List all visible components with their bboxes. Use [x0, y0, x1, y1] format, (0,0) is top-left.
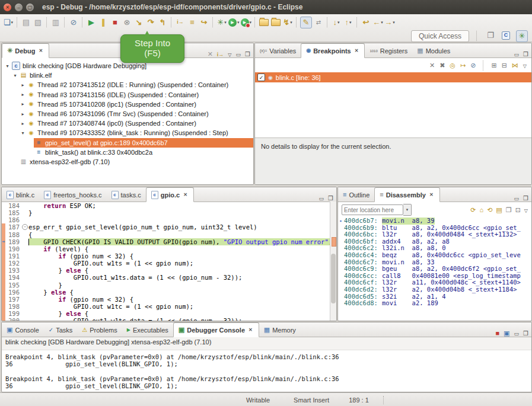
- debug-tree-row[interactable]: ▾▤blink.elf: [2, 71, 253, 80]
- skip-all-breakpoints-button[interactable]: ⊘: [68, 17, 79, 28]
- forward-button[interactable]: →▾: [384, 17, 395, 28]
- debug-tree-row[interactable]: ▥xtensa-esp32-elf-gdb (7.10): [2, 157, 253, 167]
- tree-expander-icon[interactable]: ▸: [20, 101, 26, 107]
- tab-executables[interactable]: ▶Executables: [122, 323, 173, 337]
- window-close-button[interactable]: ✕: [4, 4, 11, 11]
- breakpoints-list[interactable]: ✓◉blink.c [line: 36]: [255, 72, 531, 82]
- tree-expander-icon[interactable]: ▾: [20, 130, 26, 136]
- line-number[interactable]: 187: [5, 223, 21, 231]
- dropdown-arrow-icon[interactable]: ▾: [237, 20, 240, 24]
- debug-button[interactable]: ✳▾: [216, 17, 227, 28]
- tree-expander-icon[interactable]: ▸: [20, 92, 26, 97]
- flash-button[interactable]: ↯▾: [282, 17, 293, 28]
- dropdown-arrow-icon[interactable]: ▾: [337, 20, 340, 24]
- maximize-button[interactable]: ❒: [328, 195, 333, 202]
- external-tools-button[interactable]: ▶▾: [241, 17, 252, 28]
- minimize-button[interactable]: ▭: [514, 51, 520, 57]
- tab-gpio-c[interactable]: cgpio.c✕: [146, 187, 194, 202]
- previous-annotation-button[interactable]: ↑▾: [343, 17, 353, 28]
- tab-outline[interactable]: ≡Outline: [338, 188, 374, 202]
- minimize-button[interactable]: ▭: [319, 195, 324, 202]
- tree-expander-icon[interactable]: ▸: [20, 121, 26, 126]
- maximize-button[interactable]: ❒: [523, 51, 528, 57]
- remove-all-terminated-button[interactable]: ✕: [208, 51, 213, 57]
- tree-expander-icon[interactable]: ▸: [20, 82, 26, 88]
- view-menu-button[interactable]: ▽: [523, 62, 527, 69]
- line-number[interactable]: 185: [5, 209, 21, 216]
- line-number[interactable]: 190: [5, 245, 21, 252]
- dropdown-arrow-icon[interactable]: ▾: [349, 20, 352, 24]
- next-annotation-button[interactable]: ↓▾: [331, 17, 342, 28]
- tab-registers[interactable]: 1010Registers: [365, 44, 412, 57]
- tab-close-icon[interactable]: ✕: [182, 191, 189, 198]
- tab-disassembly[interactable]: ≡Disassembly✕: [374, 187, 439, 202]
- dropdown-arrow-icon[interactable]: ▾: [381, 20, 383, 24]
- pin-view-button[interactable]: ⊡: [515, 207, 521, 213]
- tab-problems[interactable]: ⚠Problems: [77, 323, 122, 337]
- tab-close-icon[interactable]: ✕: [353, 47, 360, 54]
- line-number[interactable]: 196: [5, 289, 21, 296]
- link-with-editor-button[interactable]: ⇄: [313, 17, 324, 28]
- back-button[interactable]: ←▾: [372, 17, 383, 28]
- drop-to-frame-button[interactable]: ≡: [187, 17, 197, 28]
- terminate-button[interactable]: ■: [110, 17, 120, 28]
- maximize-button[interactable]: ❒: [523, 195, 528, 202]
- tab-close-icon[interactable]: ✕: [37, 47, 44, 54]
- line-number[interactable]: 197: [5, 296, 21, 303]
- minimize-button[interactable]: ▭: [514, 195, 520, 202]
- run-button[interactable]: ▶▾: [228, 17, 240, 28]
- minimize-button[interactable]: ▭: [514, 330, 520, 337]
- tab-debug[interactable]: ✳Debug✕: [2, 43, 49, 58]
- instruction-stepping-button[interactable]: i→: [175, 17, 186, 28]
- window-minimize-button[interactable]: –: [15, 4, 23, 11]
- window-maximize-button[interactable]: ▢: [26, 4, 34, 11]
- line-number[interactable]: 200: [5, 317, 21, 321]
- maximize-button[interactable]: ❒: [245, 51, 250, 57]
- display-selected-console-button[interactable]: ▣: [504, 330, 509, 337]
- tree-expander-icon[interactable]: ▾: [4, 63, 11, 69]
- code-editor-area[interactable]: 184 return ESP_OK;185}186187−esp_err_t g…: [2, 202, 336, 321]
- refresh-view-button[interactable]: ⟳: [470, 207, 476, 213]
- tab-breakpoints[interactable]: ◉Breakpoints✕: [301, 43, 365, 58]
- location-input[interactable]: [342, 204, 403, 215]
- remove-breakpoint-button[interactable]: ✕: [429, 62, 435, 69]
- editor-scrollbar-thumb[interactable]: [331, 254, 336, 303]
- suspend-button[interactable]: ∥: [98, 17, 109, 28]
- location-dropdown-button[interactable]: ▼: [403, 204, 412, 216]
- quick-access-box[interactable]: Quick Access: [411, 30, 469, 42]
- tab-modules[interactable]: ▦Modules: [412, 44, 455, 57]
- expand-all-button[interactable]: ⊞: [491, 62, 496, 69]
- line-number[interactable]: 193: [5, 267, 21, 274]
- debug-tree-row[interactable]: ▸◉Thread #7 1073408744 (ipc0) (Suspended…: [2, 119, 253, 128]
- tree-expander-icon[interactable]: ▾: [12, 73, 18, 78]
- editor-scrollbar[interactable]: [330, 202, 336, 321]
- tab-close-icon[interactable]: ✕: [247, 327, 254, 333]
- debug-launch-tree[interactable]: ▾cblink checking [GDB Hardware Debugging…: [2, 58, 253, 167]
- new-wizard-button[interactable]: ❏▾: [3, 17, 14, 28]
- line-number[interactable]: 192: [5, 260, 21, 267]
- view-menu-button[interactable]: ▽: [524, 207, 528, 213]
- maximize-button[interactable]: ❒: [523, 330, 528, 337]
- debug-tree-row[interactable]: ≡blink_task() at blink.c:33 0x400dbc2a: [2, 148, 253, 157]
- use-step-filters-button[interactable]: ↪: [199, 17, 209, 28]
- skip-all-breakpoints-button[interactable]: ⊘: [470, 62, 476, 69]
- resume-button[interactable]: ▶: [86, 17, 97, 28]
- minimize-button[interactable]: ▭: [236, 51, 241, 57]
- toggle-mark-occurrences-button[interactable]: ✎: [300, 17, 312, 28]
- disconnect-button[interactable]: ⊗: [122, 17, 132, 28]
- line-number[interactable]: 188: [5, 231, 21, 238]
- tab-close-icon[interactable]: ✕: [428, 191, 435, 198]
- goto-file-button[interactable]: ↦: [460, 62, 466, 69]
- line-number[interactable]: 198: [5, 303, 21, 310]
- debug-tree-row[interactable]: ▸◉Thread #3 1073413156 (IDLE) (Suspended…: [2, 90, 253, 100]
- console-output[interactable]: Breakpoint 4, blink_task (pvParameter=0x…: [2, 350, 531, 392]
- stack-frame-selected[interactable]: ≡gpio_set_level() at gpio.c:189 0x400dc6…: [2, 138, 253, 148]
- line-number[interactable]: 194: [5, 274, 21, 281]
- show-supported-breakpoints-button[interactable]: ◎: [450, 62, 455, 69]
- fold-collapse-icon[interactable]: −: [22, 224, 28, 230]
- print-button[interactable]: ▥: [50, 17, 61, 28]
- tab-blink-c[interactable]: cblink.c: [2, 188, 39, 202]
- instruction-step-mode-button[interactable]: i→: [217, 51, 224, 57]
- view-menu-button[interactable]: ▽: [228, 51, 231, 57]
- tab-memory[interactable]: ▦Memory: [259, 323, 301, 337]
